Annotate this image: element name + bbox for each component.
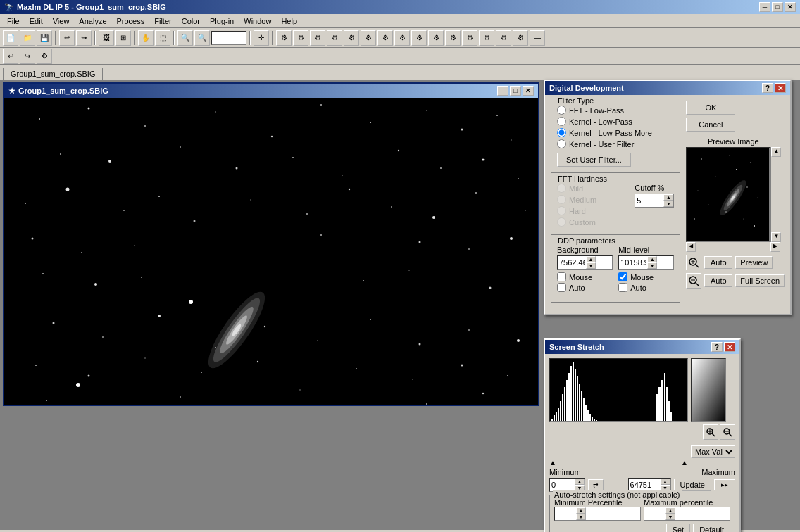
- ddp-ml-auto-cb[interactable]: [618, 283, 627, 292]
- tb-tool10[interactable]: ⚙: [428, 30, 444, 46]
- menu-view[interactable]: View: [49, 15, 74, 27]
- ss-zoomout-btn[interactable]: [720, 424, 735, 440]
- tb-tool3[interactable]: ⚙: [310, 30, 325, 46]
- tb-tool9[interactable]: ⚙: [411, 30, 427, 46]
- tb-tool13[interactable]: ⚙: [479, 30, 494, 46]
- maximize-button[interactable]: □: [772, 2, 783, 12]
- ss-max-up-btn[interactable]: ▲: [661, 479, 670, 485]
- tb-tool5[interactable]: ⚙: [344, 30, 359, 46]
- ss-help-btn[interactable]: ?: [711, 342, 723, 352]
- tb2-next[interactable]: ↪: [20, 49, 35, 64]
- tb-tool8[interactable]: ⚙: [394, 30, 410, 46]
- tb2-tool[interactable]: ⚙: [37, 49, 52, 64]
- menu-process[interactable]: Process: [113, 15, 149, 27]
- dd-close-btn[interactable]: ✕: [775, 83, 786, 93]
- ss-min-up-btn[interactable]: ▲: [575, 479, 585, 485]
- tb-img[interactable]: 🖼: [99, 30, 114, 46]
- tb-tool15[interactable]: ⚙: [513, 30, 528, 46]
- image-maximize-btn[interactable]: □: [510, 86, 521, 96]
- tb-redo[interactable]: ↪: [76, 30, 92, 46]
- menu-file[interactable]: File: [3, 15, 24, 27]
- preview-scroll-left-btn[interactable]: ◀: [686, 242, 696, 252]
- tb-save[interactable]: 💾: [37, 30, 52, 46]
- dd-zoomout-btn[interactable]: [686, 273, 701, 289]
- filter-fft-radio[interactable]: [557, 106, 566, 115]
- tb-zoomin[interactable]: 🔍: [177, 30, 193, 46]
- ss-max-pct-down-btn[interactable]: ▼: [665, 514, 675, 520]
- tb-tool2[interactable]: ⚙: [293, 30, 308, 46]
- ddp-bg-mouse-cb[interactable]: [557, 272, 566, 281]
- ddp-bg-up-btn[interactable]: ▲: [586, 256, 596, 262]
- tb-crosshair[interactable]: ✛: [254, 30, 269, 46]
- histogram-left-arrow[interactable]: ▲: [549, 459, 556, 467]
- menu-window[interactable]: Window: [239, 15, 275, 27]
- ss-max-pct-up-btn[interactable]: ▲: [665, 507, 675, 514]
- tb-new[interactable]: 📄: [3, 30, 18, 46]
- tb-select[interactable]: ⬚: [155, 30, 170, 46]
- fft-mild-radio[interactable]: [557, 184, 566, 193]
- tb-tool12[interactable]: ⚙: [462, 30, 477, 46]
- ss-exchange-btn[interactable]: ⇄: [588, 479, 604, 490]
- ddp-bg-auto-cb[interactable]: [557, 283, 566, 292]
- tb-tool7[interactable]: ⚙: [377, 30, 393, 46]
- zoom-level-input[interactable]: 100%: [211, 31, 246, 45]
- tb-tool11[interactable]: ⚙: [445, 30, 461, 46]
- ddp-bg-input[interactable]: [558, 256, 586, 269]
- ddp-ml-input[interactable]: [619, 256, 647, 269]
- dd-fullscreen-btn[interactable]: Full Screen: [735, 274, 785, 287]
- dd-ok-btn[interactable]: OK: [686, 101, 735, 115]
- ss-min-pct-down-btn[interactable]: ▼: [576, 514, 586, 520]
- image-close-btn[interactable]: ✕: [523, 86, 534, 96]
- ss-min-pct-up-btn[interactable]: ▲: [576, 507, 586, 514]
- menu-analyze[interactable]: Analyze: [75, 15, 111, 27]
- menu-help[interactable]: Help: [277, 15, 301, 27]
- tb-tool16[interactable]: —: [530, 30, 545, 46]
- close-button[interactable]: ✕: [785, 2, 796, 12]
- fft-hard-radio[interactable]: [557, 206, 566, 215]
- histogram-right-arrow[interactable]: ▲: [681, 459, 688, 467]
- tb-open[interactable]: 📁: [20, 30, 35, 46]
- cutoff-input[interactable]: [635, 194, 663, 207]
- cutoff-up-btn[interactable]: ▲: [663, 194, 673, 201]
- ss-max-pct-input[interactable]: [644, 507, 665, 520]
- dd-auto2-btn[interactable]: Auto: [704, 274, 732, 287]
- ss-arrow-right-btn[interactable]: ▸▸: [714, 479, 735, 490]
- filter-kernel-more-radio[interactable]: [557, 128, 566, 137]
- menu-color[interactable]: Color: [177, 15, 204, 27]
- ddp-ml-down-btn[interactable]: ▼: [647, 262, 657, 269]
- set-filter-btn[interactable]: Set User Filter...: [557, 153, 631, 167]
- ss-set-btn[interactable]: Set: [666, 524, 691, 532]
- menu-plugin[interactable]: Plug-in: [206, 15, 238, 27]
- filter-kernel-user-radio[interactable]: [557, 139, 566, 148]
- preview-scroll-right-btn[interactable]: ▶: [770, 242, 780, 252]
- ss-min-pct-input[interactable]: [555, 507, 576, 520]
- ss-update-btn[interactable]: Update: [674, 479, 711, 491]
- ss-close-btn[interactable]: ✕: [724, 342, 735, 352]
- ss-max-input[interactable]: [629, 479, 661, 491]
- ss-min-input[interactable]: [550, 479, 575, 491]
- cutoff-down-btn[interactable]: ▼: [663, 201, 673, 207]
- tb-zoomout[interactable]: 🔍: [194, 30, 210, 46]
- tb-grid[interactable]: ⊞: [115, 30, 131, 46]
- menu-edit[interactable]: Edit: [25, 15, 47, 27]
- image-minimize-btn[interactable]: ─: [497, 86, 508, 96]
- ss-default-btn[interactable]: Default: [693, 524, 730, 532]
- tb-tool14[interactable]: ⚙: [496, 30, 511, 46]
- fft-medium-radio[interactable]: [557, 195, 566, 204]
- menu-filter[interactable]: Filter: [150, 15, 175, 27]
- dd-cancel-btn[interactable]: Cancel: [686, 118, 735, 132]
- preview-scroll-down-btn[interactable]: ▼: [771, 232, 781, 242]
- ddp-bg-down-btn[interactable]: ▼: [586, 262, 596, 269]
- tb-hand[interactable]: ✋: [138, 30, 154, 46]
- tb2-prev[interactable]: ↩: [3, 49, 18, 64]
- filter-kernel-low-radio[interactable]: [557, 117, 566, 126]
- tb-tool4[interactable]: ⚙: [327, 30, 342, 46]
- ddp-ml-mouse-cb[interactable]: [618, 272, 627, 281]
- tb-tool6[interactable]: ⚙: [361, 30, 376, 46]
- ss-zoomin-btn[interactable]: [703, 424, 718, 440]
- minimize-button[interactable]: ─: [759, 2, 770, 12]
- dd-auto1-btn[interactable]: Auto: [704, 256, 732, 269]
- ss-maxval-select[interactable]: Max Val: [691, 445, 735, 458]
- tab-image[interactable]: Group1_sum_crop.SBIG: [3, 68, 103, 80]
- tb-undo[interactable]: ↩: [59, 30, 75, 46]
